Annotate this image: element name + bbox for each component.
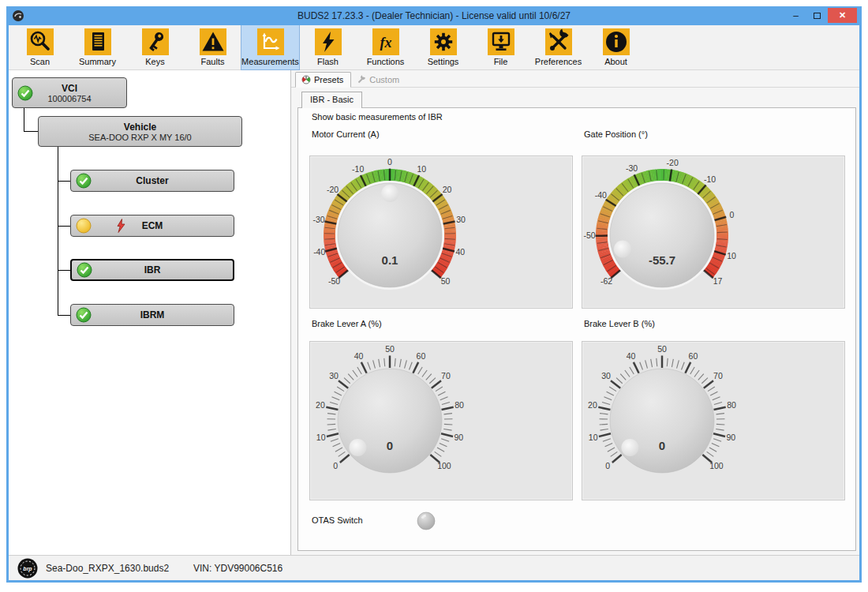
tree-node-vehicle[interactable]: Vehicle SEA-DOO RXP X MY 16/0 <box>38 116 242 147</box>
summary-icon <box>84 28 111 55</box>
gear-icon <box>430 28 457 55</box>
svg-text:brp: brp <box>23 566 32 572</box>
svg-text:100: 100 <box>437 461 451 470</box>
svg-text:0.1: 0.1 <box>382 253 398 267</box>
tree-node-ibrm[interactable]: IBRM <box>70 304 234 326</box>
svg-text:70: 70 <box>441 371 451 380</box>
status-bar: brp Sea-Doo_RXPX_1630.buds2 VIN: YDV9900… <box>9 555 859 580</box>
node-title: ECM <box>142 220 163 231</box>
node-title: IBRM <box>140 309 165 320</box>
gauge-title-gate-position: Gate Position (°) <box>584 129 648 139</box>
brake-lever-b-dial: 01020304050607080901000 <box>582 342 844 500</box>
brp-logo: brp <box>17 558 38 579</box>
toolbar-label: Keys <box>145 57 164 66</box>
svg-text:40: 40 <box>627 351 636 361</box>
toolbar-button-preferences[interactable]: Preferences <box>529 25 587 69</box>
tree-node-cluster[interactable]: Cluster <box>70 170 234 192</box>
subtab-ibr-basic[interactable]: IBR - Basic <box>301 92 362 108</box>
node-title: VCI <box>62 83 77 94</box>
status-warning-icon <box>76 218 92 234</box>
toolbar-button-settings[interactable]: Settings <box>414 25 472 69</box>
preset-content-panel: IBR - Basic Show basic measurements of I… <box>297 107 856 551</box>
toolbar-label: Functions <box>367 57 405 66</box>
toolbar-label: Preferences <box>535 57 582 66</box>
measurements-panel: Presets Custom IBR - Basic Show basic me… <box>291 70 859 555</box>
svg-text:0: 0 <box>730 210 735 219</box>
toolbar-label: Measurements <box>241 57 299 66</box>
svg-text:-20: -20 <box>667 158 679 167</box>
status-ok-icon <box>76 173 92 189</box>
svg-text:0: 0 <box>605 461 610 470</box>
svg-text:0: 0 <box>387 439 393 452</box>
node-subtitle: 100006754 <box>47 94 91 103</box>
maximize-icon <box>814 13 821 19</box>
toolbar-label: Summary <box>79 57 116 66</box>
toolbar: Scan Summary Keys Faults <box>9 25 859 70</box>
tree-node-vci[interactable]: VCI 100006754 <box>12 77 127 108</box>
svg-text:50: 50 <box>441 276 451 286</box>
svg-text:10: 10 <box>727 251 736 260</box>
toolbar-button-scan[interactable]: Scan <box>11 25 69 69</box>
toolbar-label: Settings <box>428 57 459 66</box>
svg-text:0: 0 <box>387 157 392 167</box>
status-ok-icon <box>76 307 92 323</box>
brake-lever-a-dial: 01020304050607080901000 <box>310 342 572 500</box>
gauge-motor-current: -50-40-30-20-10010203040500.1 <box>309 155 573 309</box>
node-title: Cluster <box>136 175 168 186</box>
gauge-gate-position: -62-50-40-30-20-1001017-55.7 <box>582 155 845 309</box>
toolbar-button-about[interactable]: About <box>587 25 645 69</box>
toolbar-button-functions[interactable]: fx Functions <box>357 25 414 69</box>
window-title: BUDS2 17.23.3 - (Dealer Technician) - Li… <box>9 10 859 21</box>
tree-node-ibr[interactable]: IBR <box>70 259 234 281</box>
fx-icon: fx <box>372 28 399 55</box>
svg-text:20: 20 <box>443 185 452 194</box>
svg-text:90: 90 <box>726 433 735 442</box>
toolbar-label: File <box>494 57 508 66</box>
tab-presets[interactable]: Presets <box>295 72 351 88</box>
toolbar-button-flash[interactable]: Flash <box>299 25 357 69</box>
svg-text:-50: -50 <box>583 230 595 240</box>
tree-connector <box>24 108 24 131</box>
preset-description: Show basic measurements of IBR <box>312 112 443 122</box>
toolbar-button-keys[interactable]: Keys <box>126 25 184 69</box>
toolbar-button-file[interactable]: File <box>472 25 529 69</box>
tree-connector <box>58 226 70 227</box>
toolbar-label: Faults <box>201 57 225 66</box>
maximize-button[interactable] <box>806 8 828 23</box>
svg-text:-10: -10 <box>704 174 716 184</box>
close-button[interactable]: ✕ <box>828 8 857 23</box>
gauge-title-motor-current: Motor Current (A) <box>312 129 380 139</box>
toolbar-button-measurements[interactable]: Measurements <box>241 25 299 69</box>
tools-icon <box>545 28 572 55</box>
tree-node-ecm[interactable]: ECM <box>70 215 234 237</box>
svg-text:-62: -62 <box>600 276 612 286</box>
custom-wrench-icon <box>357 75 366 84</box>
svg-text:30: 30 <box>601 371 611 380</box>
app-window: BUDS2 17.23.3 - (Dealer Technician) - Li… <box>6 6 862 583</box>
toolbar-button-summary[interactable]: Summary <box>69 25 126 69</box>
svg-text:20: 20 <box>316 400 325 410</box>
svg-text:80: 80 <box>455 400 464 410</box>
svg-text:80: 80 <box>727 400 736 410</box>
minimize-button[interactable]: – <box>785 8 806 23</box>
gauge-brake-lever-a: 01020304050607080901000 <box>309 341 573 500</box>
node-title: IBR <box>144 264 161 275</box>
lightning-icon <box>315 28 342 55</box>
monitor-download-icon <box>488 28 514 55</box>
svg-text:fx: fx <box>380 35 391 51</box>
svg-text:-30: -30 <box>626 163 638 173</box>
svg-text:17: 17 <box>713 276 723 286</box>
svg-text:-40: -40 <box>313 247 325 257</box>
svg-text:10: 10 <box>417 164 426 174</box>
svg-text:-30: -30 <box>312 215 324 224</box>
svg-text:-50: -50 <box>328 276 340 286</box>
svg-text:60: 60 <box>417 351 426 361</box>
info-icon <box>603 28 630 55</box>
svg-text:20: 20 <box>588 400 597 410</box>
toolbar-button-faults[interactable]: Faults <box>184 25 241 69</box>
svg-text:0: 0 <box>659 439 665 452</box>
status-ok-icon <box>17 85 33 101</box>
toolbar-label: Scan <box>30 57 50 66</box>
tab-label: Custom <box>369 75 399 84</box>
tab-custom[interactable]: Custom <box>351 73 406 87</box>
